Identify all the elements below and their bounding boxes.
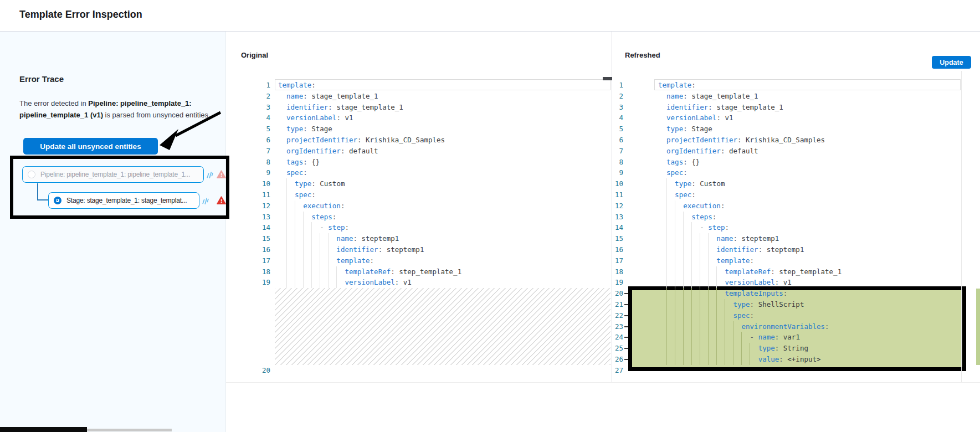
code-line: 5 type: Stage [612, 124, 960, 135]
line-number: 20 [612, 288, 623, 299]
code-text: name: stage_template_1 [278, 91, 378, 102]
line-number: 4 [612, 112, 623, 124]
code-text: identifier: steptemp1 [658, 244, 804, 255]
code-line: 8 tags: {} [612, 157, 960, 168]
code-text: projectIdentifier: Krishika_CD_Samples [658, 135, 825, 146]
line-number: 3 [612, 102, 623, 113]
error-description-suffix: is parsed from unsynced entities. [103, 111, 211, 119]
added-line-marker [624, 359, 628, 360]
code-line: 22 spec: [612, 310, 960, 321]
refreshed-scrollbar-border [961, 71, 962, 382]
code-line: 7 orgIdentifier: default [612, 146, 960, 157]
code-text: type: String [658, 343, 808, 354]
line-number: 7 [612, 146, 623, 157]
code-line: 2 name: stage_template_1 [226, 91, 610, 102]
code-line: 18 templateRef: step_template_1 [226, 266, 610, 277]
code-text: versionLabel: v1 [278, 277, 412, 288]
code-text: orgIdentifier: default [658, 146, 758, 157]
line-number: 12 [226, 200, 270, 212]
added-line-marker [624, 304, 628, 305]
line-number: 9 [612, 167, 623, 178]
overview-ruler-added-marker [976, 289, 980, 365]
code-line: 17 template: [226, 255, 610, 266]
code-line: 21 type: ShellScript [612, 299, 960, 310]
code-text: steps: [278, 212, 336, 223]
code-text: templateRef: step_template_1 [278, 266, 461, 277]
code-line: 10 type: Custom [612, 178, 960, 189]
code-line: 25 type: String [612, 343, 960, 354]
code-text: template: [658, 80, 696, 91]
pipeline-warning-icon [217, 170, 226, 179]
code-text: tags: {} [658, 157, 700, 168]
code-line: 5 type: Stage [226, 124, 610, 135]
code-line: 4 versionLabel: v1 [226, 112, 610, 124]
code-text: spec: [658, 167, 687, 178]
code-text: tags: {} [278, 157, 320, 168]
line-number: 19 [612, 277, 623, 288]
code-text: - step: [278, 222, 349, 233]
code-line: 11 spec: [226, 189, 610, 200]
line-number: 25 [612, 343, 623, 354]
code-line: 10 type: Custom [226, 178, 610, 189]
code-text: - step: [658, 222, 729, 233]
line-number: 1 [226, 80, 270, 91]
line-number: 2 [612, 91, 623, 102]
error-trace-sidebar: Error Trace The error detected in Pipeli… [0, 32, 226, 432]
template-library-icon [206, 171, 214, 179]
line-number: 5 [612, 124, 623, 135]
line-number: 26 [612, 354, 623, 365]
tree-node-stage[interactable]: Stage: stage_template_1: stage_templat..… [48, 192, 199, 209]
code-text: type: Custom [278, 178, 345, 189]
code-line: 23 environmentVariables: [612, 321, 960, 332]
added-line-marker [624, 337, 628, 338]
code-line: 26 value: <+input> [612, 354, 960, 365]
code-line: 4 versionLabel: v1 [612, 112, 960, 124]
line-number: 27 [612, 365, 623, 376]
code-text: spec: [278, 189, 316, 200]
line-number: 10 [226, 178, 270, 189]
added-line-marker [624, 348, 628, 349]
line-number: 12 [612, 200, 623, 212]
update-button[interactable]: Update [932, 56, 971, 69]
code-line: 6 projectIdentifier: Krishika_CD_Samples [226, 135, 610, 146]
code-text: template: [278, 80, 316, 91]
code-line: 15 name: steptemp1 [612, 233, 960, 244]
added-line-marker [624, 315, 628, 316]
code-text: - name: var1 [658, 332, 800, 343]
code-line: 3 identifier: stage_template_1 [226, 102, 610, 113]
code-line: 9 spec: [612, 167, 960, 178]
line-number: 20 [226, 365, 270, 376]
stage-radio[interactable] [54, 197, 61, 204]
pipeline-radio[interactable] [28, 171, 35, 178]
line-number: 3 [226, 102, 270, 113]
line-number: 10 [612, 178, 623, 189]
code-line: 18 templateRef: step_template_1 [612, 266, 960, 277]
code-line: 24 - name: var1 [612, 332, 960, 343]
code-text: identifier: stage_template_1 [278, 102, 403, 113]
code-line: 14 - step: [226, 222, 610, 233]
line-number: 19 [226, 277, 270, 288]
error-description: The error detected in Pipeline: pipeline… [19, 97, 212, 121]
line-number: 18 [612, 266, 623, 277]
code-line: 27 [612, 365, 960, 376]
line-number: 6 [226, 135, 270, 146]
line-number: 1 [612, 80, 623, 91]
error-trace-heading: Error Trace [19, 74, 64, 84]
diff-empty-region-hatch [275, 288, 610, 365]
added-line-marker [624, 293, 628, 294]
tree-node-pipeline[interactable]: Pipeline: pipeline_template_1: pipeline_… [22, 166, 204, 183]
code-line: 1template: [612, 80, 960, 91]
code-line: 2 name: stage_template_1 [612, 91, 960, 102]
code-text: name: steptemp1 [658, 233, 779, 244]
line-number: 5 [226, 124, 270, 135]
line-number: 11 [226, 189, 270, 200]
code-line: 3 identifier: stage_template_1 [612, 102, 960, 113]
code-line: 9 spec: [226, 167, 610, 178]
code-text: steps: [658, 212, 716, 223]
code-line: 16 identifier: steptemp1 [226, 244, 610, 255]
editors-bottom-border [226, 382, 980, 383]
update-all-unsynced-entities-button[interactable]: Update all unsynced entities [23, 138, 158, 155]
code-text: execution: [278, 200, 345, 212]
code-text: value: <+input> [658, 354, 821, 365]
line-number: 23 [612, 321, 623, 332]
